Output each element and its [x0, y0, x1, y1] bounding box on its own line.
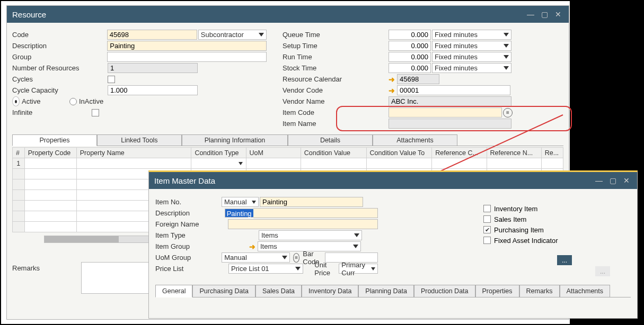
- foreign-name-label: Foreign Name: [155, 220, 202, 228]
- tab-inventory-data[interactable]: Inventory Data: [302, 285, 358, 297]
- queue-time-unit-select[interactable]: Fixed minutes: [432, 30, 511, 40]
- link-arrow-icon[interactable]: ➜: [389, 75, 395, 84]
- item-type-label: Item Type: [155, 231, 222, 239]
- tab-attachments[interactable]: Attachments: [373, 134, 457, 146]
- setup-time-input[interactable]: [389, 41, 431, 51]
- scrollbar-thumb[interactable]: [45, 236, 119, 242]
- description-input[interactable]: [107, 41, 267, 51]
- active-label: Active: [22, 97, 69, 105]
- item-type-select[interactable]: Items: [259, 230, 362, 240]
- run-time-input[interactable]: [389, 52, 431, 62]
- tab-properties[interactable]: Properties: [12, 134, 97, 146]
- minimize-icon[interactable]: —: [525, 9, 536, 20]
- foreign-name-input[interactable]: [228, 219, 378, 229]
- item-description-selected[interactable]: Painting: [225, 209, 253, 218]
- setup-time-label: Setup Time: [283, 42, 389, 50]
- vendor-name-input[interactable]: [389, 96, 511, 106]
- code-input[interactable]: [107, 30, 197, 40]
- item-description-input[interactable]: [253, 208, 378, 218]
- run-time-label: Run Time: [283, 53, 389, 61]
- tab-details[interactable]: Details: [288, 134, 373, 146]
- barcode-browse-button[interactable]: ...: [557, 255, 572, 265]
- stock-time-unit-select[interactable]: Fixed minutes: [432, 63, 511, 73]
- col-property-name[interactable]: Property Name: [76, 148, 191, 158]
- inactive-radio[interactable]: [69, 98, 77, 105]
- tab-item-attachments[interactable]: Attachments: [560, 285, 610, 297]
- purchasing-item-checkbox[interactable]: [483, 226, 491, 233]
- price-list-label: Price List: [155, 265, 202, 273]
- col-uom[interactable]: UoM: [246, 148, 301, 158]
- cycle-capacity-label: Cycle Capacity: [12, 86, 108, 94]
- item-no-label: Item No.: [155, 198, 222, 206]
- uom-group-select[interactable]: Manual: [222, 252, 290, 263]
- inventory-item-checkbox[interactable]: [483, 205, 491, 212]
- table-row[interactable]: 1: [13, 158, 563, 169]
- cycles-checkbox[interactable]: [108, 76, 115, 83]
- queue-time-input[interactable]: [389, 30, 431, 40]
- tab-general[interactable]: General: [155, 285, 192, 297]
- link-arrow-icon[interactable]: ➜: [389, 86, 395, 95]
- unit-price-label: Unit Price: [314, 261, 339, 277]
- item-no-mode-select[interactable]: Manual: [222, 197, 259, 207]
- tab-production-data[interactable]: Production Data: [414, 285, 475, 297]
- close-icon[interactable]: ✕: [553, 9, 563, 20]
- inventory-item-label: Inventory Item: [494, 205, 537, 213]
- caret-down-icon: [354, 233, 359, 237]
- item-name-input[interactable]: [389, 119, 511, 129]
- col-condition-value[interactable]: Condition Value: [301, 148, 366, 158]
- tab-planning-data[interactable]: Planning Data: [358, 285, 414, 297]
- resource-titlebar[interactable]: Resource — ▢ ✕: [7, 6, 569, 23]
- num-resources-input[interactable]: [108, 63, 198, 73]
- run-time-unit-select[interactable]: Fixed minutes: [432, 52, 511, 62]
- setup-time-unit-select[interactable]: Fixed minutes: [432, 41, 511, 51]
- item-tabs: General Purchasing Data Sales Data Inven…: [155, 285, 631, 297]
- resource-title: Resource: [12, 10, 525, 19]
- sales-item-label: Sales Item: [494, 215, 526, 223]
- tab-planning-information[interactable]: Planning Information: [182, 134, 288, 146]
- tab-remarks[interactable]: Remarks: [519, 285, 560, 297]
- tab-item-properties[interactable]: Properties: [475, 285, 519, 297]
- link-arrow-icon[interactable]: ➜: [249, 242, 255, 251]
- maximize-icon[interactable]: ▢: [539, 9, 550, 20]
- col-num[interactable]: #: [13, 148, 25, 158]
- stock-time-input[interactable]: [389, 63, 431, 73]
- maximize-icon[interactable]: ▢: [607, 175, 618, 186]
- infinite-checkbox[interactable]: [92, 109, 99, 116]
- group-input[interactable]: [107, 52, 267, 62]
- item-no-input[interactable]: [260, 197, 363, 207]
- item-group-select[interactable]: Items: [258, 241, 361, 251]
- code-type-select[interactable]: Subcontractor: [198, 30, 267, 40]
- close-icon[interactable]: ✕: [621, 175, 632, 186]
- col-condition-type[interactable]: Condition Type: [191, 148, 246, 158]
- resource-calendar-input[interactable]: [397, 74, 439, 84]
- price-list-select[interactable]: Price List 01: [228, 264, 303, 274]
- item-name-label: Item Name: [283, 120, 389, 128]
- active-radio[interactable]: [12, 96, 20, 106]
- item-titlebar[interactable]: Item Master Data — ▢ ✕: [149, 172, 637, 189]
- col-property-code[interactable]: Property Code: [24, 148, 76, 158]
- col-re[interactable]: Re...: [541, 148, 563, 158]
- cycle-capacity-input[interactable]: [108, 85, 198, 95]
- sales-item-checkbox[interactable]: [483, 215, 491, 223]
- uom-detail-icon[interactable]: ≡: [293, 253, 299, 263]
- tab-sales-data[interactable]: Sales Data: [255, 285, 302, 297]
- col-condition-value-to[interactable]: Condition Value To: [366, 148, 432, 158]
- col-reference-n[interactable]: Reference N...: [487, 148, 541, 158]
- resource-left-panel: Code Subcontractor Description Group Num…: [12, 29, 267, 129]
- tab-linked-tools[interactable]: Linked Tools: [97, 134, 182, 146]
- item-code-input[interactable]: [389, 107, 502, 118]
- caret-down-icon[interactable]: [239, 162, 243, 165]
- vendor-code-input[interactable]: [397, 85, 510, 95]
- col-reference-c[interactable]: Reference C...: [432, 148, 487, 158]
- resource-right-panel: Queue Time Fixed minutes Setup Time Fixe…: [283, 29, 563, 129]
- caret-down-icon: [295, 267, 301, 270]
- unit-price-select[interactable]: Primary Curr: [339, 264, 378, 274]
- uom-group-label: UoM Group: [155, 254, 198, 261]
- fixed-asset-checkbox[interactable]: [483, 237, 491, 244]
- minimize-icon[interactable]: —: [594, 175, 604, 186]
- caret-down-icon: [259, 33, 264, 37]
- tab-purchasing-data[interactable]: Purchasing Data: [192, 285, 255, 297]
- choose-from-list-icon[interactable]: ≡: [503, 108, 513, 118]
- unit-price-browse-button[interactable]: ...: [595, 266, 610, 276]
- item-attribute-checks: Inventory Item Sales Item Purchasing Ite…: [483, 203, 558, 246]
